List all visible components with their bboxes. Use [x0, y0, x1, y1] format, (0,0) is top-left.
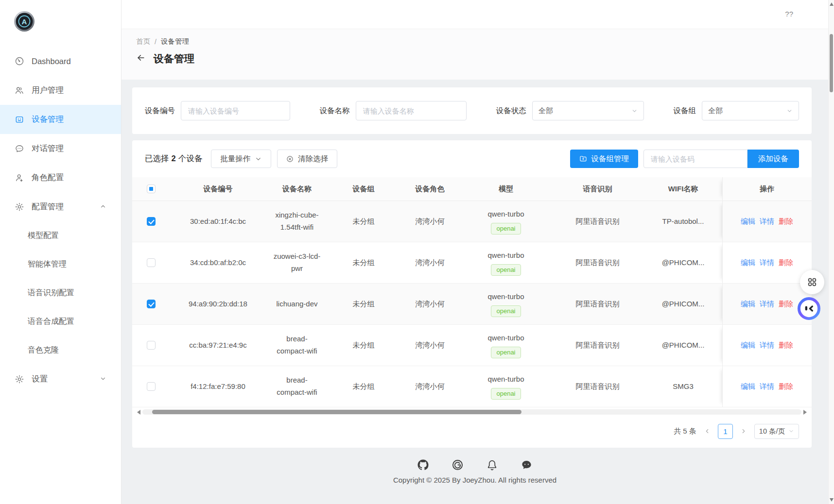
col-header-asr[interactable]: 语音识别 [551, 177, 644, 201]
sidebar-item-conversation-management[interactable]: 对话管理 [0, 134, 121, 163]
delete-link[interactable]: 删除 [779, 339, 793, 352]
sidebar-item-label: Dashboard [32, 57, 71, 66]
next-page-button[interactable] [740, 428, 747, 435]
cell-device-name: lichuang-dev [266, 284, 328, 324]
page-size-select[interactable]: 10 条/页 [754, 424, 799, 439]
vertical-scrollbar-thumb[interactable] [830, 34, 833, 92]
top-header: ?? [122, 0, 828, 29]
col-header-device-role[interactable]: 设备角色 [399, 177, 461, 201]
model-provider-tag: openai [491, 388, 521, 400]
cell-actions: 编辑 详情 删除 [722, 366, 811, 407]
bell-icon[interactable] [486, 459, 498, 470]
clear-selection-button[interactable]: 清除选择 [277, 150, 337, 168]
table-body: 30:ed:a0:1f:4c:bc xingzhi-cube-1.54tft-w… [132, 201, 812, 407]
col-header-device-name[interactable]: 设备名称 [266, 177, 328, 201]
user-menu[interactable]: ?? [785, 10, 793, 18]
col-header-model[interactable]: 模型 [461, 177, 551, 201]
batch-actions-label: 批量操作 [220, 154, 250, 164]
device-status-select[interactable]: 全部 [532, 101, 644, 120]
delete-link[interactable]: 删除 [779, 298, 793, 310]
cell-device-code: 30:ed:a0:1f:4c:bc [170, 201, 266, 242]
gitee-icon[interactable] [452, 459, 463, 470]
back-arrow-icon[interactable] [136, 53, 146, 65]
edit-link[interactable]: 编辑 [741, 216, 755, 228]
breadcrumb-home[interactable]: 首页 [136, 37, 150, 46]
device-group-manage-label: 设备组管理 [591, 154, 629, 164]
col-header-device-code[interactable]: 设备编号 [170, 177, 266, 201]
sidebar-subitem[interactable]: 智能体管理 [0, 250, 121, 279]
vertical-scrollbar[interactable] [828, 0, 834, 504]
cell-device-role: 湾湾小何 [399, 242, 461, 283]
pagination: 共 5 条 1 10 条/页 [132, 416, 812, 447]
device-status-value: 全部 [539, 106, 553, 116]
edit-link[interactable]: 编辑 [741, 339, 755, 352]
delete-link[interactable]: 删除 [779, 216, 793, 228]
row-checkbox[interactable] [147, 217, 156, 226]
sidebar-subitem[interactable]: 模型配置 [0, 221, 121, 250]
sidebar-subitem[interactable]: 音色克隆 [0, 336, 121, 365]
detail-link[interactable]: 详情 [760, 381, 774, 393]
sidebar-item-device-management[interactable]: 设备管理 [0, 105, 121, 134]
breadcrumb: 首页 / 设备管理 [136, 37, 828, 46]
scroll-right-arrow-icon[interactable] [803, 410, 807, 415]
horizontal-scrollbar-track[interactable] [142, 409, 801, 415]
chevron-up-icon [100, 202, 106, 212]
filter-panel: 设备编号 设备名称 设备状态 全部 设备组 全部 [132, 87, 812, 134]
cell-model: qwen-turbo openai [461, 366, 551, 407]
prev-page-button[interactable] [704, 428, 711, 435]
cell-device-role: 湾湾小何 [399, 284, 461, 324]
horizontal-scrollbar-thumb[interactable] [152, 410, 521, 414]
delete-link[interactable]: 删除 [779, 257, 793, 269]
row-checkbox[interactable] [147, 382, 156, 391]
delete-link[interactable]: 删除 [779, 381, 793, 393]
col-header-device-group[interactable]: 设备组 [328, 177, 399, 201]
device-code-input[interactable] [181, 101, 290, 120]
device-code-entry-input[interactable] [643, 150, 747, 168]
horizontal-scrollbar[interactable] [137, 408, 807, 416]
config-gear-icon [15, 202, 24, 212]
current-page-button[interactable]: 1 [718, 424, 733, 439]
chat-bubble-icon[interactable] [521, 459, 532, 470]
row-checkbox[interactable] [147, 341, 156, 350]
select-all-checkbox[interactable] [147, 185, 156, 193]
cell-device-code: cc:ba:97:21:e4:9c [170, 325, 266, 366]
batch-actions-button[interactable]: 批量操作 [211, 150, 271, 168]
edit-link[interactable]: 编辑 [741, 298, 755, 310]
floating-apps-widget[interactable] [800, 270, 824, 294]
device-group-select[interactable]: 全部 [702, 101, 799, 120]
device-group-manage-button[interactable]: 设备组管理 [570, 150, 639, 168]
page-header: 首页 / 设备管理 设备管理 [122, 29, 828, 80]
sidebar-subitem[interactable]: 语音合成配置 [0, 307, 121, 336]
detail-link[interactable]: 详情 [760, 298, 774, 310]
add-device-button[interactable]: 添加设备 [747, 150, 799, 168]
cell-model: qwen-turbo openai [461, 242, 551, 283]
scroll-down-arrow-icon[interactable] [830, 498, 834, 502]
sidebar-subitem-label: 语音合成配置 [28, 317, 74, 327]
row-checkbox[interactable] [147, 300, 156, 308]
detail-link[interactable]: 详情 [760, 339, 774, 352]
sidebar-item-role-config[interactable]: 角色配置 [0, 163, 121, 192]
cell-device-name: xingzhi-cube-1.54tft-wifi [266, 201, 328, 242]
sidebar-item-config-management[interactable]: 配置管理 [0, 192, 121, 221]
floating-assistant-widget[interactable] [798, 297, 820, 320]
edit-link[interactable]: 编辑 [741, 257, 755, 269]
github-icon[interactable] [417, 459, 429, 470]
cell-model: qwen-turbo openai [461, 284, 551, 324]
scroll-up-arrow-icon[interactable] [830, 2, 834, 6]
scroll-left-arrow-icon[interactable] [137, 410, 140, 415]
sidebar-item-label: 用户管理 [32, 85, 64, 96]
sidebar-item-settings[interactable]: 设置 [0, 365, 121, 394]
sidebar-item-user-management[interactable]: 用户管理 [0, 76, 121, 105]
cell-device-name: zuowei-c3-lcd-pwr [266, 242, 328, 283]
detail-link[interactable]: 详情 [760, 216, 774, 228]
col-header-wifi[interactable]: WIFI名称 [644, 177, 722, 201]
app-logo[interactable]: A [14, 11, 35, 32]
sidebar-subitem[interactable]: 语音识别配置 [0, 279, 121, 307]
row-checkbox[interactable] [147, 258, 156, 267]
detail-link[interactable]: 详情 [760, 257, 774, 269]
device-name-input[interactable] [356, 101, 467, 120]
sidebar-item-dashboard[interactable]: Dashboard [0, 47, 121, 76]
page-title: 设备管理 [154, 52, 194, 66]
edit-link[interactable]: 编辑 [741, 381, 755, 393]
cell-wifi: TP-autobol... [644, 201, 722, 242]
